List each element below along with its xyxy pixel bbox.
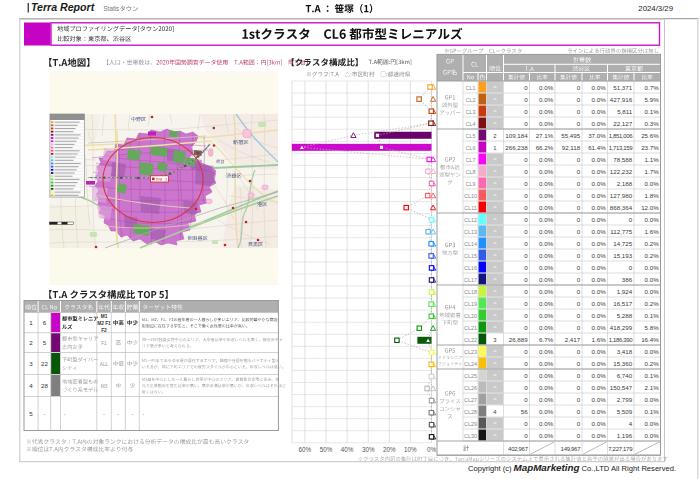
svg-text:1: 1 (493, 145, 496, 151)
svg-text:0.0%: 0.0% (592, 360, 607, 367)
svg-text:15,360: 15,360 (613, 360, 632, 367)
svg-text:0.0%: 0.0% (592, 372, 607, 379)
svg-text:402,967: 402,967 (508, 446, 529, 452)
svg-text:0: 0 (524, 288, 528, 295)
svg-text:0.0%: 0.0% (539, 204, 554, 211)
svg-text:CL8: CL8 (466, 169, 476, 175)
svg-text:0.1%: 0.1% (645, 408, 660, 415)
svg-text:2,417: 2,417 (565, 336, 581, 343)
svg-text:2,799: 2,799 (617, 396, 633, 403)
svg-text:0.0%: 0.0% (645, 420, 660, 427)
svg-text:0.0%: 0.0% (645, 396, 660, 403)
svg-text:266,238: 266,238 (505, 144, 528, 151)
svg-text:0: 0 (577, 96, 581, 103)
svg-text:0.0%: 0.0% (592, 192, 607, 199)
svg-text:22,127: 22,127 (613, 120, 632, 127)
svg-text:0: 0 (577, 252, 581, 259)
svg-text:0.2%: 0.2% (645, 252, 660, 259)
svg-text:0.0%: 0.0% (645, 276, 660, 283)
svg-text:0.0%: 0.0% (539, 384, 554, 391)
svg-text:CL6: CL6 (466, 145, 476, 151)
svg-text:Copyright (c) MapMarketing Co.: Copyright (c) MapMarketing Co.,LTD All R… (468, 462, 676, 473)
svg-text:0: 0 (524, 276, 528, 283)
svg-text:CL4: CL4 (466, 121, 476, 127)
svg-text:0.0%: 0.0% (592, 420, 607, 427)
svg-text:0: 0 (524, 300, 528, 307)
svg-text:0: 0 (629, 264, 633, 271)
svg-text:6,740: 6,740 (617, 372, 633, 379)
svg-text:0.0%: 0.0% (592, 120, 607, 127)
svg-text:CL18: CL18 (464, 289, 477, 295)
svg-text:1.8%: 1.8% (645, 192, 660, 199)
svg-text:0.0%: 0.0% (592, 156, 607, 163)
svg-text:0: 0 (577, 84, 581, 91)
svg-text:2024/3/29: 2024/3/29 (638, 4, 673, 13)
svg-text:0: 0 (577, 168, 581, 175)
svg-text:92,118: 92,118 (562, 144, 581, 151)
svg-text:0.0%: 0.0% (539, 168, 554, 175)
svg-text:149,967: 149,967 (561, 446, 582, 452)
svg-text:0.1%: 0.1% (645, 108, 660, 115)
svg-text:Terra Report: Terra Report (31, 1, 95, 13)
svg-text:0: 0 (577, 372, 581, 379)
svg-text:1,196: 1,196 (617, 432, 633, 439)
svg-text:0.0%: 0.0% (539, 312, 554, 319)
svg-text:5,811: 5,811 (617, 108, 633, 115)
svg-text:0: 0 (577, 288, 581, 295)
svg-text:0.0%: 0.0% (645, 348, 660, 355)
svg-text:3,418: 3,418 (617, 348, 633, 355)
svg-text:1,851,006: 1,851,006 (609, 133, 634, 139)
svg-text:868,364: 868,364 (610, 204, 633, 211)
svg-text:0.0%: 0.0% (539, 372, 554, 379)
svg-text:0.0%: 0.0% (592, 264, 607, 271)
svg-text:23.7%: 23.7% (641, 144, 659, 151)
svg-text:0: 0 (577, 384, 581, 391)
svg-text:0.0%: 0.0% (539, 360, 554, 367)
svg-text:-: - (64, 411, 66, 417)
svg-text:1,186,390: 1,186,390 (609, 337, 634, 343)
svg-text:1,924: 1,924 (617, 288, 633, 295)
svg-text:0: 0 (524, 228, 528, 235)
svg-text:CL10: CL10 (464, 193, 477, 199)
svg-text:-: - (117, 411, 119, 417)
svg-text:27.1%: 27.1% (536, 132, 554, 139)
svg-text:0: 0 (524, 384, 528, 391)
svg-text:0: 0 (577, 312, 581, 319)
svg-text:0: 0 (577, 420, 581, 427)
svg-text:0: 0 (577, 204, 581, 211)
svg-text:CL1: CL1 (466, 85, 476, 91)
svg-text:-: - (103, 411, 105, 417)
svg-text:0: 0 (577, 108, 581, 115)
svg-text:30%: 30% (362, 446, 375, 453)
svg-text:0.7%: 0.7% (645, 84, 660, 91)
svg-text:M2 F1: M2 F1 (97, 321, 111, 326)
svg-text:0.0%: 0.0% (539, 180, 554, 187)
svg-text:-: - (131, 411, 133, 417)
svg-text:0.0%: 0.0% (539, 288, 554, 295)
svg-text:5: 5 (43, 339, 47, 346)
svg-text:16.4%: 16.4% (641, 336, 659, 343)
svg-text:0.2%: 0.2% (645, 240, 660, 247)
svg-text:0.0%: 0.0% (592, 84, 607, 91)
svg-text:10%: 10% (404, 446, 417, 453)
svg-text:51,371: 51,371 (613, 84, 632, 91)
svg-text:3: 3 (29, 360, 33, 367)
svg-text:50%: 50% (320, 446, 333, 453)
svg-text:0.0%: 0.0% (539, 96, 554, 103)
svg-text:0.0%: 0.0% (592, 108, 607, 115)
svg-text:1,713,159: 1,713,159 (609, 145, 634, 151)
svg-text:0.0%: 0.0% (539, 324, 554, 331)
svg-text:Statis: Statis (104, 5, 120, 12)
svg-text:4: 4 (629, 420, 633, 427)
svg-text:0.0%: 0.0% (539, 192, 554, 199)
svg-text:37.0%: 37.0% (588, 132, 606, 139)
svg-text:1.1%: 1.1% (645, 156, 660, 163)
svg-text:40%: 40% (341, 446, 354, 453)
svg-text:0: 0 (577, 180, 581, 187)
svg-text:0: 0 (524, 372, 528, 379)
svg-text:CL14: CL14 (464, 241, 477, 247)
svg-text:0: 0 (524, 264, 528, 271)
svg-text:0.0%: 0.0% (645, 216, 660, 223)
svg-text:0.0%: 0.0% (539, 408, 554, 415)
svg-text:0: 0 (577, 408, 581, 415)
